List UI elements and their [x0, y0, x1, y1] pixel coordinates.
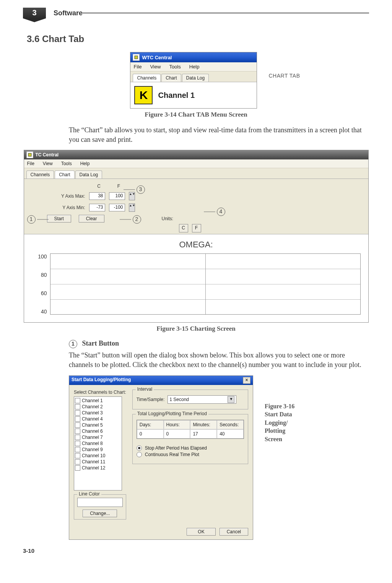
page-header: 3 Software	[23, 8, 369, 18]
checkbox-icon[interactable]	[75, 453, 80, 458]
checkbox-icon[interactable]	[75, 416, 80, 422]
time-sample-label: Time/Sample:	[137, 397, 165, 402]
section-heading: 3.6 Chart Tab	[27, 34, 369, 44]
tab-chart[interactable]: Chart	[161, 74, 181, 82]
tab-bar: Channels Chart Data Log	[24, 168, 368, 179]
y-axis-min-c-input[interactable]: -73	[89, 204, 105, 211]
chart-tab-callout: CHART TAB	[268, 73, 300, 79]
list-item: Channel 7	[75, 434, 121, 440]
units-label: Units:	[162, 216, 174, 221]
unit-f-button[interactable]: F	[192, 224, 201, 232]
line-color-label: Line Color	[77, 491, 101, 497]
checkbox-icon[interactable]	[75, 465, 80, 471]
radio-icon[interactable]	[137, 445, 142, 451]
cancel-button[interactable]: Cancel	[220, 528, 248, 536]
val-minutes[interactable]: 17	[190, 429, 217, 438]
checkbox-icon[interactable]	[75, 459, 80, 464]
interval-label: Interval	[136, 387, 154, 392]
menu-tools[interactable]: Tools	[169, 64, 181, 70]
tab-channels[interactable]: Channels	[26, 171, 54, 179]
checkbox-icon[interactable]	[75, 429, 80, 434]
dialog-title: Start Data Logging/Plotting	[72, 377, 131, 384]
tab-data-log[interactable]: Data Log	[75, 171, 102, 179]
time-sample-dropdown[interactable]: 1 Second ▼	[168, 395, 236, 404]
column-c-header: C	[91, 184, 107, 189]
period-fieldset: Total Logging/Plotting Time Period Days:…	[132, 414, 248, 464]
unit-c-button[interactable]: C	[179, 224, 188, 232]
channel-list[interactable]: Channel 1 Channel 2 Channel 3 Channel 4 …	[74, 396, 122, 490]
val-seconds[interactable]: 40	[217, 429, 244, 438]
col-minutes: Minutes:	[190, 420, 217, 429]
y-axis-max-f-input[interactable]: 100	[109, 192, 125, 200]
figure-caption-14: Figure 3-14 Chart TAB Menu Screen	[23, 111, 369, 119]
list-item: Channel 12	[75, 465, 121, 471]
y-axis-max-c-input[interactable]: 38	[89, 192, 105, 200]
checkbox-icon[interactable]	[75, 447, 80, 452]
window-title: WTC Central	[142, 55, 172, 60]
interval-fieldset: Interval Time/Sample: 1 Second ▼	[132, 390, 248, 409]
channel-label: Channel 1	[158, 91, 195, 100]
spinner-icon[interactable]: ▲▼	[129, 203, 135, 212]
menu-help[interactable]: Help	[80, 161, 90, 166]
list-item: Channel 5	[75, 422, 121, 428]
checkbox-icon[interactable]	[75, 410, 80, 416]
menu-view[interactable]: View	[43, 161, 53, 166]
header-rule	[83, 13, 369, 13]
checkbox-icon[interactable]	[75, 404, 80, 409]
change-button[interactable]: Change...	[83, 510, 117, 517]
start-button[interactable]: Start	[47, 215, 71, 222]
dialog-title-bar: Start Data Logging/Plotting ×	[69, 376, 253, 385]
checkbox-icon[interactable]	[75, 441, 80, 446]
callout-2: 2	[120, 215, 141, 224]
title-bar: TC Central	[24, 150, 368, 159]
time-sample-value: 1 Second	[169, 397, 189, 402]
radio-continuous[interactable]: Continuous Real Time Plot	[137, 452, 244, 457]
radio-icon[interactable]	[137, 452, 142, 457]
window-icon	[26, 151, 33, 158]
tab-chart[interactable]: Chart	[55, 171, 74, 179]
clear-button[interactable]: Clear	[79, 215, 104, 222]
tab-channels[interactable]: Channels	[133, 74, 161, 82]
chart-title: OMEGA:	[32, 240, 361, 250]
menu-bar: File View Tools Help	[24, 159, 368, 168]
menu-file[interactable]: File	[133, 64, 142, 70]
paragraph-start-button: The “Start” button will open the dialog …	[69, 351, 369, 370]
select-channels-label: Select Channels to Chart:	[74, 390, 126, 395]
checkbox-icon[interactable]	[75, 422, 80, 428]
menu-tools[interactable]: Tools	[61, 161, 72, 166]
screenshot-charting: TC Central File View Tools Help Channels…	[24, 150, 369, 323]
checkbox-icon[interactable]	[75, 435, 80, 440]
list-item: Channel 11	[75, 459, 121, 465]
val-days[interactable]: 0	[137, 429, 164, 438]
svg-rect-1	[28, 153, 31, 156]
list-item: Channel 4	[75, 416, 121, 422]
svg-rect-0	[135, 56, 138, 59]
chapter-title: Software	[54, 9, 83, 17]
y-axis-min-label: Y Axis Min:	[55, 205, 85, 210]
menu-bar: File View Tools Help	[130, 62, 257, 71]
menu-help[interactable]: Help	[189, 64, 200, 70]
chapter-number-flag: 3	[23, 8, 47, 18]
time-period-grid: Days: Hours: Minutes: Seconds: 0 0 17 40	[137, 420, 244, 439]
line-color-preview	[77, 498, 123, 507]
list-item: Channel 6	[75, 428, 121, 434]
chevron-down-icon[interactable]: ▼	[228, 396, 234, 403]
y-axis-ticks: 100 80 60 40	[32, 253, 50, 315]
list-item: Channel 2	[75, 404, 121, 410]
window-icon	[133, 54, 140, 61]
menu-view[interactable]: View	[150, 64, 161, 70]
radio-stop-after[interactable]: Stop After Period Has Elapsed	[137, 445, 244, 451]
ok-button[interactable]: OK	[187, 528, 215, 536]
val-hours[interactable]: 0	[164, 429, 190, 438]
window-title: TC Central	[36, 152, 59, 158]
title-bar: WTC Central	[130, 52, 257, 62]
screenshot-start-logging-dialog: Start Data Logging/Plotting × Select Cha…	[69, 375, 253, 540]
plot-area	[50, 253, 361, 315]
close-icon[interactable]: ×	[243, 377, 250, 384]
chart-area: OMEGA: 100 80 60 40	[24, 234, 368, 322]
y-axis-max-label: Y Axis Max:	[55, 193, 85, 199]
y-axis-min-f-input[interactable]: -100	[109, 204, 125, 211]
tab-data-log[interactable]: Data Log	[182, 74, 209, 82]
checkbox-icon[interactable]	[75, 398, 80, 403]
menu-file[interactable]: File	[27, 161, 34, 166]
